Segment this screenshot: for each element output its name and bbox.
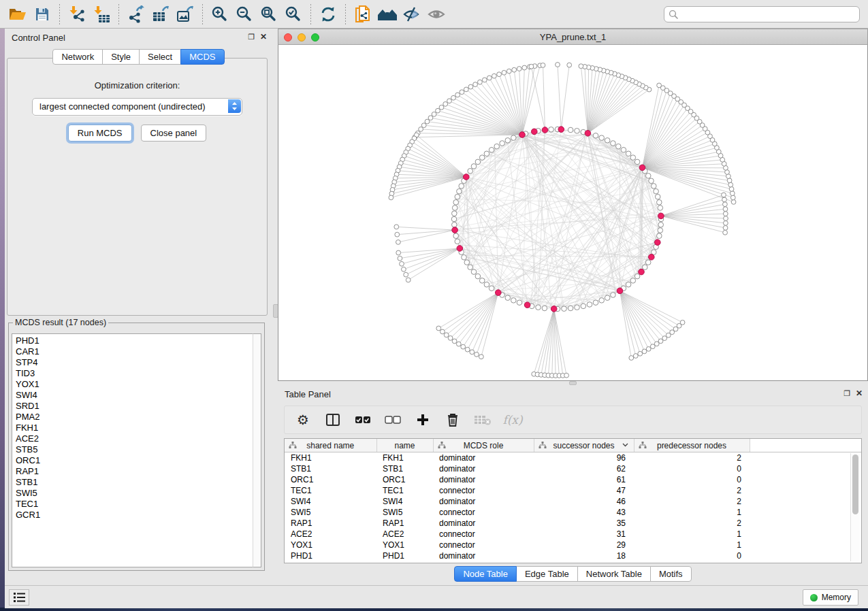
optimization-criterion-label: Optimization criterion: bbox=[7, 80, 267, 90]
vertical-splitter[interactable] bbox=[272, 29, 278, 585]
mcds-result-item[interactable]: CAR1 bbox=[12, 346, 253, 357]
mcds-hub-node[interactable] bbox=[457, 246, 463, 252]
mcds-result-item[interactable]: ACE2 bbox=[12, 433, 253, 444]
tab-edge-table[interactable]: Edge Table bbox=[516, 566, 578, 582]
unselect-all-columns-button[interactable] bbox=[383, 409, 403, 431]
column-header-name[interactable]: name bbox=[376, 439, 433, 452]
mcds-result-list[interactable]: PHD1CAR1STP4TID3YOX1SWI4SRD1PMA2FKH1ACE2… bbox=[12, 333, 253, 567]
table-scrollbar[interactable] bbox=[850, 453, 860, 561]
hide-selected-button[interactable] bbox=[400, 3, 423, 26]
table-row[interactable]: ACE2ACE2connector311 bbox=[285, 529, 861, 540]
import-table-button[interactable] bbox=[90, 3, 113, 26]
create-column-button[interactable] bbox=[413, 409, 433, 431]
float-panel-icon[interactable]: ❐ bbox=[248, 32, 255, 42]
mcds-result-item[interactable]: RAP1 bbox=[12, 466, 253, 477]
criterion-select[interactable]: largest connected component (undirected) bbox=[32, 98, 242, 116]
mcds-hub-node[interactable] bbox=[496, 290, 502, 296]
tab-style[interactable]: Style bbox=[102, 49, 140, 65]
mcds-hub-node[interactable] bbox=[558, 127, 564, 133]
mcds-hub-node[interactable] bbox=[658, 213, 664, 219]
mcds-hub-node[interactable] bbox=[524, 302, 530, 308]
open-file-button[interactable] bbox=[6, 3, 29, 26]
zoom-selected-button[interactable] bbox=[282, 3, 305, 26]
close-panel-button[interactable]: Close panel bbox=[141, 125, 207, 142]
mcds-result-item[interactable]: STB1 bbox=[12, 477, 253, 488]
tab-node-table[interactable]: Node Table bbox=[454, 566, 517, 582]
function-builder-button[interactable]: f(x) bbox=[502, 409, 523, 431]
mcds-hub-node[interactable] bbox=[452, 227, 458, 233]
network-titlebar[interactable]: YPA_prune.txt_1 bbox=[278, 29, 868, 45]
show-column-panel-button[interactable] bbox=[323, 409, 343, 431]
zoom-out-button[interactable] bbox=[233, 3, 256, 26]
column-header-successor-nodes[interactable]: successor nodes bbox=[534, 439, 634, 452]
task-history-button[interactable] bbox=[9, 589, 29, 606]
mcds-hub-node[interactable] bbox=[649, 254, 655, 261]
tab-network-table[interactable]: Network Table bbox=[577, 566, 651, 582]
refresh-view-button[interactable] bbox=[317, 3, 340, 26]
mcds-hub-node[interactable] bbox=[639, 269, 645, 275]
scrollbar-thumb[interactable] bbox=[852, 455, 858, 514]
mcds-hub-node[interactable] bbox=[542, 127, 548, 133]
tab-network[interactable]: Network bbox=[52, 49, 103, 65]
network-search-button[interactable] bbox=[376, 3, 399, 26]
column-header-shared-name[interactable]: shared name bbox=[285, 439, 376, 452]
share-network-document-button[interactable] bbox=[351, 3, 374, 26]
mcds-result-item[interactable]: TID3 bbox=[12, 368, 253, 379]
show-all-button[interactable] bbox=[425, 3, 448, 26]
mcds-result-item[interactable]: FKH1 bbox=[12, 423, 253, 433]
export-image-button[interactable] bbox=[174, 3, 197, 26]
mcds-result-item[interactable]: PHD1 bbox=[12, 335, 253, 346]
mcds-result-item[interactable]: TEC1 bbox=[12, 499, 253, 510]
node-table: shared namenameMCDS rolesuccessor nodesp… bbox=[285, 439, 861, 561]
float-panel-icon[interactable]: ❐ bbox=[843, 389, 850, 398]
mcds-hub-node[interactable] bbox=[655, 240, 661, 246]
table-row[interactable]: RAP1RAP1dominator352 bbox=[285, 518, 861, 529]
table-settings-button[interactable]: ⚙ bbox=[293, 409, 313, 431]
mcds-result-item[interactable]: STP4 bbox=[12, 357, 253, 368]
table-row[interactable]: YOX1YOX1connector291 bbox=[285, 540, 861, 550]
export-network-button[interactable] bbox=[125, 3, 148, 26]
close-panel-icon[interactable]: ✕ bbox=[856, 389, 863, 398]
delete-column-button[interactable] bbox=[443, 409, 463, 431]
mcds-result-item[interactable]: STB5 bbox=[12, 444, 253, 455]
table-row[interactable]: FKH1FKH1dominator962 bbox=[285, 452, 861, 464]
delete-table-button[interactable] bbox=[472, 409, 493, 431]
save-session-button[interactable] bbox=[31, 3, 54, 26]
mcds-result-scrollbar[interactable] bbox=[253, 333, 261, 567]
search-input[interactable] bbox=[664, 6, 860, 22]
zoom-fit-button[interactable] bbox=[257, 3, 280, 26]
zoom-in-button[interactable] bbox=[208, 3, 231, 26]
tab-mcds[interactable]: MCDS bbox=[180, 49, 224, 65]
mcds-hub-node[interactable] bbox=[464, 174, 470, 180]
table-row[interactable]: STB1STB1dominator620 bbox=[285, 463, 861, 474]
tab-select[interactable]: Select bbox=[139, 49, 181, 65]
mcds-result-item[interactable]: SRD1 bbox=[12, 401, 253, 412]
mcds-hub-node[interactable] bbox=[639, 165, 645, 171]
table-row[interactable]: ORC1ORC1dominator610 bbox=[285, 474, 861, 485]
mcds-hub-node[interactable] bbox=[551, 306, 557, 312]
column-header-MCDS-role[interactable]: MCDS role bbox=[433, 439, 534, 452]
table-row[interactable]: SWI4SWI4dominator462 bbox=[285, 496, 861, 507]
mcds-hub-node[interactable] bbox=[617, 288, 623, 294]
mcds-result-item[interactable]: SWI5 bbox=[12, 488, 253, 499]
table-row[interactable]: TEC1TEC1connector472 bbox=[285, 485, 861, 496]
select-all-columns-button[interactable] bbox=[353, 409, 373, 431]
mcds-result-item[interactable]: ORC1 bbox=[12, 455, 253, 466]
mcds-result-item[interactable]: YOX1 bbox=[12, 379, 253, 390]
mcds-result-item[interactable]: SWI4 bbox=[12, 390, 253, 401]
mcds-hub-node[interactable] bbox=[532, 129, 538, 135]
mcds-hub-node[interactable] bbox=[519, 132, 526, 138]
run-mcds-button[interactable]: Run MCDS bbox=[68, 125, 132, 142]
close-panel-icon[interactable]: ✕ bbox=[260, 32, 267, 42]
mcds-result-item[interactable]: GCR1 bbox=[12, 510, 253, 521]
import-network-button[interactable] bbox=[65, 3, 89, 26]
table-row[interactable]: PHD1PHD1dominator180 bbox=[285, 550, 861, 561]
mcds-result-item[interactable]: PMA2 bbox=[12, 412, 253, 423]
table-row[interactable]: SWI5SWI5connector431 bbox=[285, 507, 861, 518]
mcds-hub-node[interactable] bbox=[585, 131, 591, 137]
memory-button[interactable]: Memory bbox=[803, 589, 858, 606]
column-header-predecessor-nodes[interactable]: predecessor nodes bbox=[634, 439, 750, 452]
tab-motifs[interactable]: Motifs bbox=[650, 566, 692, 582]
export-table-button[interactable] bbox=[149, 3, 172, 26]
network-canvas[interactable] bbox=[278, 45, 868, 381]
